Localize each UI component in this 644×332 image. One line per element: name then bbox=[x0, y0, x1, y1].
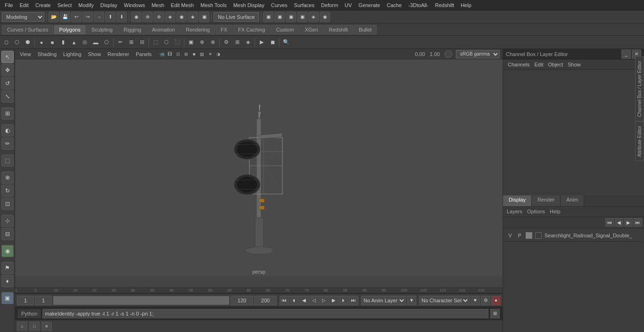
toolbar-extra-btn-4[interactable]: ◈ bbox=[308, 12, 319, 22]
menu-item-display[interactable]: Display bbox=[98, 1, 120, 9]
toolbar-btn-6[interactable]: ⬇ bbox=[116, 12, 127, 22]
menu-item-modify[interactable]: Modify bbox=[75, 1, 96, 9]
layer-arrow-3[interactable]: ▶ bbox=[624, 218, 633, 227]
workspace-tab-animation[interactable]: Animation bbox=[147, 25, 180, 34]
toolbar-extra-btn-2[interactable]: ▣ bbox=[286, 12, 296, 22]
edit-menu[interactable]: Edit bbox=[532, 61, 545, 68]
menu-item-mesh[interactable]: Mesh bbox=[149, 1, 167, 9]
tube-icon[interactable]: ⬡ bbox=[161, 37, 172, 48]
toolbar-btn-3[interactable]: ↪ bbox=[83, 12, 93, 22]
pivot-btn[interactable]: ⊹ bbox=[1, 215, 14, 227]
toolbar-snap-btn-3[interactable]: ◈ bbox=[165, 12, 175, 22]
stop2-icon[interactable]: ◼ bbox=[267, 37, 278, 48]
render-tab[interactable]: Render bbox=[532, 195, 561, 206]
menu-item-curves[interactable]: Curves bbox=[268, 1, 290, 9]
textured-icon[interactable]: ▤ bbox=[198, 50, 206, 58]
torus-icon[interactable]: ◎ bbox=[80, 37, 90, 48]
menu-item-edit[interactable]: Edit bbox=[17, 1, 32, 9]
toolbar-snap-btn-6[interactable]: ▣ bbox=[199, 12, 209, 22]
menu-item-help[interactable]: Help bbox=[458, 1, 474, 9]
rp-min-btn[interactable]: _ bbox=[621, 49, 631, 59]
layer-arrow-1[interactable]: ⏮ bbox=[605, 218, 614, 227]
grid-btn[interactable]: ⊟ bbox=[1, 228, 14, 240]
marquee-btn[interactable]: ⬚ bbox=[1, 154, 14, 167]
anim-layer-select[interactable]: No Anim Layer bbox=[361, 296, 406, 305]
toolbar-snap-btn-4[interactable]: ◉ bbox=[176, 12, 187, 22]
channel-box-side-tab[interactable]: Channel Box / Layer Editor bbox=[635, 57, 644, 121]
layer-row-1[interactable]: V P Searchlight_Railroad_Signal_Double_ bbox=[505, 230, 642, 242]
workspace-tab-polygons[interactable]: Polygons bbox=[54, 25, 85, 34]
workspace-tab-fx-caching[interactable]: FX Caching bbox=[233, 25, 270, 34]
attribute-editor-side-tab[interactable]: Attribute Editor bbox=[635, 121, 644, 161]
key-btn[interactable]: ♦ bbox=[1, 275, 14, 287]
paint-select-icon[interactable]: ⬢ bbox=[23, 37, 33, 48]
solid-icon[interactable]: ■ bbox=[190, 50, 198, 58]
toolbar-extra-btn-0[interactable]: ▣ bbox=[263, 12, 273, 22]
menu-item-cache[interactable]: Cache bbox=[384, 1, 405, 9]
menu-item-redshift[interactable]: Redshift bbox=[432, 1, 457, 9]
skip-end-btn[interactable]: ⏭ bbox=[349, 296, 358, 305]
anim-btn[interactable]: ⚑ bbox=[1, 262, 14, 274]
view-menu[interactable]: View bbox=[18, 50, 33, 58]
soft-select-btn[interactable]: ◐ bbox=[1, 124, 14, 137]
toolbar-snap-btn-1[interactable]: ⊕ bbox=[142, 12, 153, 22]
workspace-tab-rendering[interactable]: Rendering bbox=[181, 25, 215, 34]
range-max-input[interactable] bbox=[254, 296, 277, 305]
camera-icon[interactable]: 📹 bbox=[158, 50, 166, 58]
helix-icon[interactable]: ⬠ bbox=[101, 37, 112, 48]
show-menu-cb[interactable]: Show bbox=[566, 61, 583, 68]
workspace-tab-curves-/-surfaces[interactable]: Curves / Surfaces bbox=[2, 25, 53, 34]
python-command-input[interactable] bbox=[42, 309, 488, 318]
menu-item-file[interactable]: File bbox=[2, 1, 16, 9]
settings-btn[interactable]: ⚙ bbox=[481, 296, 490, 305]
cone-icon[interactable]: ▲ bbox=[69, 37, 79, 48]
toolbar-btn-4[interactable]: → bbox=[94, 12, 104, 22]
workspace-tab-fx[interactable]: FX bbox=[215, 25, 232, 34]
object-menu[interactable]: Object bbox=[546, 61, 565, 68]
plane-icon[interactable]: ▬ bbox=[91, 37, 101, 48]
toolbar-btn-5[interactable]: ⬆ bbox=[105, 12, 116, 22]
menu-item-mesh-display[interactable]: Mesh Display bbox=[231, 1, 267, 9]
menu-item-uv[interactable]: UV bbox=[342, 1, 355, 9]
live-surface-btn[interactable]: No Live Surface bbox=[214, 12, 259, 22]
shadow-icon[interactable]: ◑ bbox=[215, 50, 222, 58]
toolbar-btn-2[interactable]: ↩ bbox=[71, 12, 82, 22]
current-frame-input[interactable] bbox=[17, 296, 34, 305]
layer-arrow-2[interactable]: ◀ bbox=[615, 218, 623, 227]
workspace-tab-xgen[interactable]: XGen bbox=[299, 25, 323, 34]
menu-item-mesh-tools[interactable]: Mesh Tools bbox=[198, 1, 229, 9]
play-fwd-btn[interactable]: ▷ bbox=[319, 296, 329, 305]
layers-menu[interactable]: Layers bbox=[505, 208, 524, 215]
select-icon[interactable]: ◻ bbox=[1, 37, 11, 48]
cylinder-icon[interactable]: ▮ bbox=[58, 37, 68, 48]
win-min-btn[interactable]: □ bbox=[29, 322, 40, 331]
menu-item-deform[interactable]: Deform bbox=[318, 1, 341, 9]
toolbar-btn-1[interactable]: 💾 bbox=[60, 12, 70, 22]
anim-tab[interactable]: Anim bbox=[561, 195, 584, 206]
menu-item-create[interactable]: Create bbox=[33, 1, 54, 9]
anim-layer-options-btn[interactable]: ▼ bbox=[407, 296, 416, 305]
auto-key-btn[interactable]: ● bbox=[491, 296, 501, 305]
next-frame-btn[interactable]: ▶ bbox=[329, 296, 339, 305]
render-btn[interactable]: ▣ bbox=[1, 292, 14, 304]
toolbar-snap-btn-2[interactable]: ⊕ bbox=[154, 12, 164, 22]
play-back-btn[interactable]: ◁ bbox=[309, 296, 319, 305]
options-menu[interactable]: Options bbox=[525, 208, 547, 215]
snap2-icon[interactable]: ◈ bbox=[243, 37, 253, 48]
panels-menu[interactable]: Panels bbox=[134, 50, 154, 58]
paint-btn[interactable]: ✏ bbox=[1, 138, 14, 150]
bend-icon[interactable]: ⊟ bbox=[137, 37, 147, 48]
wireframe-icon[interactable]: ⊞ bbox=[182, 50, 190, 58]
region-btn[interactable]: ⊡ bbox=[1, 198, 14, 210]
toolbar-snap-btn-5[interactable]: ◈ bbox=[188, 12, 198, 22]
workspace-dropdown[interactable]: Modeling bbox=[2, 12, 44, 22]
layer-arrow-4[interactable]: ⏭ bbox=[634, 218, 642, 227]
prev-key-btn[interactable]: ⏴ bbox=[289, 296, 299, 305]
toolbar-extra-btn-3[interactable]: ▣ bbox=[297, 12, 307, 22]
toolbar-btn-0[interactable]: 📂 bbox=[49, 12, 59, 22]
prev-frame-btn[interactable]: ◀ bbox=[299, 296, 309, 305]
menu-item-generate[interactable]: Generate bbox=[355, 1, 383, 9]
next-key-btn[interactable]: ⏵ bbox=[339, 296, 348, 305]
rect-icon[interactable]: ⬚ bbox=[150, 37, 161, 48]
menu-item-select[interactable]: Select bbox=[55, 1, 75, 9]
